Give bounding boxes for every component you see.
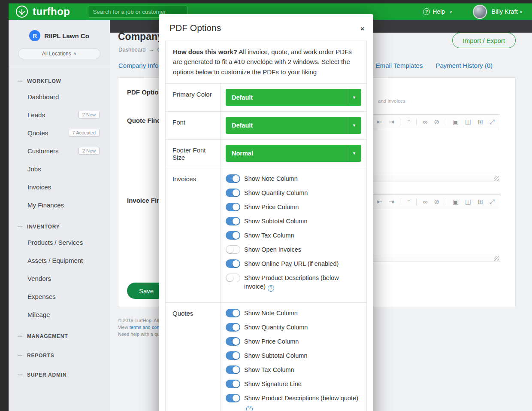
tab-payment-history-0[interactable]: Payment History (0) xyxy=(435,62,493,69)
sidebar-item-mileage[interactable]: Mileage xyxy=(9,305,110,323)
sidebar-item-dashboard[interactable]: Dashboard xyxy=(9,88,110,106)
indent-icon[interactable]: ⇥ xyxy=(389,198,394,205)
footer-font-size-select[interactable]: Normal▾ xyxy=(226,145,361,162)
sidebar-item-assets-equipment[interactable]: Assets / Equipment xyxy=(9,251,110,269)
tabs-right: Email TemplatesPayment History (0) xyxy=(376,62,493,69)
image-icon[interactable]: ▣ xyxy=(453,198,459,205)
outdent-icon[interactable]: ⇤ xyxy=(377,198,383,205)
indent-icon[interactable]: ⇥ xyxy=(389,119,394,125)
sidebar-item-products-services[interactable]: Products / Services xyxy=(9,233,110,251)
sidebar-item-quotes[interactable]: Quotes7 Accepted xyxy=(9,124,110,142)
sidebar-item-vendors[interactable]: Vendors xyxy=(9,269,110,287)
all-locations-dropdown[interactable]: All Locations ∨ xyxy=(18,48,100,59)
font-select[interactable]: Default▾ xyxy=(226,117,361,134)
modal-row-control: Default▾ xyxy=(221,84,366,111)
toggle-label: Show Note Column xyxy=(244,174,298,183)
quote-icon[interactable]: ” xyxy=(408,119,410,125)
toggle-row: Show Signature Line xyxy=(226,380,361,388)
pdf-options-hint: and invoices xyxy=(378,98,405,104)
toggle-knob xyxy=(233,366,239,373)
resize-handle-icon[interactable] xyxy=(494,256,499,261)
modal-rows: Primary ColorDefault▾FontDefault▾Footer … xyxy=(166,83,366,411)
sidebar-section-reports[interactable]: ⋯REPORTS xyxy=(9,343,110,362)
modal-row-font: FontDefault▾ xyxy=(166,111,366,139)
dashes-icon: ⋯ xyxy=(17,352,23,359)
toggle-show-quantity-column[interactable] xyxy=(226,189,240,197)
toggle-label: Show Tax Column xyxy=(244,365,294,374)
close-icon[interactable]: × xyxy=(360,25,364,32)
fullscreen-icon[interactable]: ⤢ xyxy=(490,198,495,205)
help-menu[interactable]: ? Help ∨ xyxy=(423,8,452,15)
sidebar-item-leads[interactable]: Leads2 New xyxy=(9,106,110,124)
unlink-icon[interactable]: ⊘ xyxy=(434,198,439,205)
toggle-label: Show Signature Line xyxy=(244,380,302,388)
toggle-label: Show Quantity Column xyxy=(244,323,308,332)
toggle-label: Show Product Descriptions (below invoice… xyxy=(244,274,361,292)
link-icon[interactable]: ∞ xyxy=(423,198,428,205)
sidebar-item-jobs[interactable]: Jobs xyxy=(9,160,110,178)
modal-row-control: Show Note ColumnShow Quantity ColumnShow… xyxy=(221,168,366,303)
link-icon[interactable]: ∞ xyxy=(423,119,428,125)
sidebar-item-label: Expenses xyxy=(27,293,56,300)
sidebar-item-customers[interactable]: Customers2 New xyxy=(9,142,110,160)
primary-color-select[interactable]: Default▾ xyxy=(226,89,361,106)
sidebar-section-super-admin[interactable]: ⋯SUPER ADMIN xyxy=(9,362,110,381)
toggle-show-online-pay-url-if-enabled[interactable] xyxy=(226,259,240,268)
modal-body: How does this work? All invoice, quote, … xyxy=(165,40,367,411)
outdent-icon[interactable]: ⇤ xyxy=(377,119,383,125)
help-icon[interactable]: ? xyxy=(246,406,253,411)
import-export-button[interactable]: Import / Export xyxy=(452,33,516,48)
user-name[interactable]: Billy Kraft xyxy=(491,8,517,15)
toggle-show-product-descriptions-below-invoice[interactable] xyxy=(226,274,240,282)
toggle-knob xyxy=(233,218,239,225)
sidebar-item-label: Mileage xyxy=(27,311,50,318)
toggle-show-subtotal-column[interactable] xyxy=(226,351,240,360)
sidebar-section-workflow[interactable]: ⋯WORKFLOW xyxy=(9,68,110,88)
toggle-show-tax-column[interactable] xyxy=(226,231,240,240)
toolbar-divider xyxy=(446,198,446,205)
sidebar-section-management[interactable]: ⋯MANAGEMENT xyxy=(9,323,110,343)
toggle-show-product-descriptions-below-quote[interactable] xyxy=(226,394,240,402)
sidebar-section-inventory[interactable]: ⋯INVENTORY xyxy=(9,214,110,233)
company-switcher[interactable]: R RIIPL Lawn Co xyxy=(9,30,110,41)
avatar[interactable] xyxy=(473,5,487,19)
quote-icon[interactable]: ” xyxy=(408,198,410,205)
chevron-down-icon: ∨ xyxy=(74,52,77,56)
toggle-show-note-column[interactable] xyxy=(226,174,240,183)
resize-handle-icon[interactable] xyxy=(494,176,499,181)
count-badge: 2 New xyxy=(79,111,100,119)
sidebar-item-invoices[interactable]: Invoices xyxy=(9,178,110,196)
toggle-show-quantity-column[interactable] xyxy=(226,323,240,332)
help-icon[interactable]: ? xyxy=(268,285,274,292)
video-icon[interactable]: ◫ xyxy=(465,198,471,205)
fullscreen-icon[interactable]: ⤢ xyxy=(490,119,495,125)
toggle-show-price-column[interactable] xyxy=(226,203,240,211)
select-value: Default xyxy=(232,94,253,101)
modal-intro: How does this work? All invoice, quote, … xyxy=(166,40,366,83)
sidebar-item-label: Vendors xyxy=(27,275,51,282)
breadcrumb-home[interactable]: Dashboard xyxy=(118,46,146,53)
sidebar-item-my-finances[interactable]: My Finances xyxy=(9,196,110,214)
unlink-icon[interactable]: ⊘ xyxy=(434,119,439,125)
toggle-knob xyxy=(233,189,239,196)
toggle-label: Show Tax Column xyxy=(244,231,294,240)
toggle-show-subtotal-column[interactable] xyxy=(226,217,240,225)
toggle-row: Show Price Column xyxy=(226,337,361,346)
tab-email-templates[interactable]: Email Templates xyxy=(376,62,423,69)
table-icon[interactable]: ⊞ xyxy=(478,119,483,125)
sidebar-item-label: Dashboard xyxy=(27,93,59,100)
turfhop-logo[interactable]: turfhop xyxy=(15,5,70,18)
sidebar-item-expenses[interactable]: Expenses xyxy=(9,287,110,305)
toggle-knob xyxy=(233,395,239,402)
toggle-show-note-column[interactable] xyxy=(226,309,240,317)
image-icon[interactable]: ▣ xyxy=(453,119,459,125)
caret-down-icon: ▾ xyxy=(347,89,361,106)
video-icon[interactable]: ◫ xyxy=(465,119,471,125)
toggle-show-open-invoices[interactable] xyxy=(226,245,240,254)
table-icon[interactable]: ⊞ xyxy=(478,198,483,205)
toggle-show-price-column[interactable] xyxy=(226,337,240,346)
toggle-show-signature-line[interactable] xyxy=(226,380,240,388)
toggle-show-tax-column[interactable] xyxy=(226,365,240,374)
tab-company-info[interactable]: Company Info xyxy=(118,62,158,69)
toggle-knob xyxy=(227,274,233,281)
